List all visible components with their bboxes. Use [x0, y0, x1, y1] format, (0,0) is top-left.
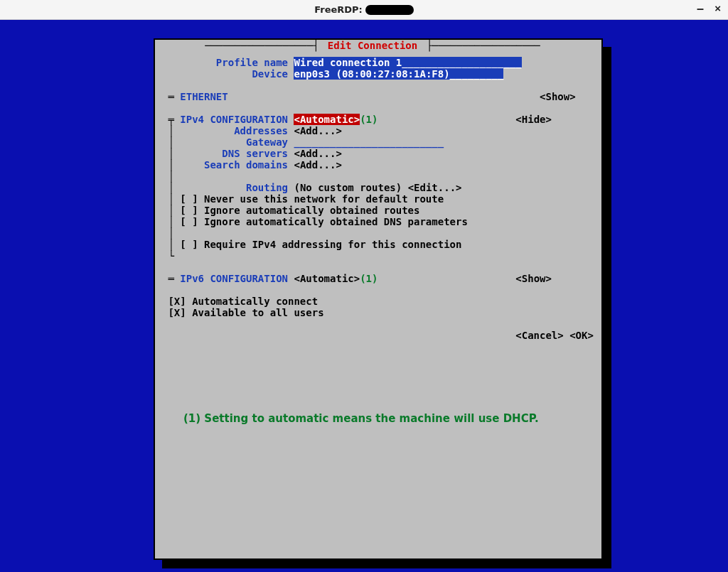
ignore-dns-checkbox[interactable]: [ ] Ignore automatically obtained DNS pa…: [180, 216, 468, 227]
ignore-routes-checkbox[interactable]: [ ] Ignore automatically obtained routes: [180, 205, 419, 216]
footnote: (1) Setting to automatic means the machi…: [183, 412, 539, 425]
gateway-input[interactable]: _________________________: [294, 136, 444, 148]
ethernet-show-button[interactable]: <Show>: [540, 91, 576, 102]
ok-button[interactable]: <OK>: [569, 330, 594, 341]
addresses-add-button[interactable]: <Add...>: [294, 125, 341, 136]
ipv4-hide-button[interactable]: <Hide>: [515, 114, 552, 125]
panel-title: ──────────────────┤ Edit Connection ├───…: [162, 40, 583, 51]
device-label: Device: [252, 68, 288, 80]
search-add-button[interactable]: <Add...>: [294, 159, 341, 171]
edit-connection-panel: ──────────────────┤ Edit Connection ├───…: [154, 38, 603, 560]
ipv4-section: IPv4 CONFIGURATION: [180, 114, 288, 125]
profile-name-label: Profile name: [216, 57, 288, 68]
autoconnect-checkbox[interactable]: [X] Automatically connect: [168, 296, 318, 307]
note-marker-2: (1): [360, 273, 378, 284]
panel-title-text: Edit Connection: [325, 40, 420, 51]
ipv4-mode-select[interactable]: <Automatic>: [294, 114, 360, 125]
tui-form: Profile name Wired connection 1_________…: [162, 57, 593, 341]
routing-value: (No custom routes): [294, 182, 402, 193]
search-domains-label: Search domains: [204, 159, 288, 171]
window-titlebar: FreeRDP: – ×: [0, 0, 728, 20]
addresses-label: Addresses: [234, 125, 288, 136]
all-users-checkbox[interactable]: [X] Available to all users: [168, 307, 323, 318]
dns-label: DNS servers: [222, 148, 288, 159]
remote-desktop-background: ──────────────────┤ Edit Connection ├───…: [0, 20, 728, 572]
routing-label: Routing: [246, 182, 288, 193]
ethernet-section: ETHERNET: [180, 91, 228, 102]
ipv6-mode-select[interactable]: <Automatic>: [294, 273, 360, 284]
window-close-button[interactable]: ×: [714, 2, 721, 14]
gateway-label: Gateway: [246, 136, 288, 148]
window-title-redacted: [365, 5, 414, 15]
ipv6-section: IPv6 CONFIGURATION: [180, 273, 288, 284]
ipv6-show-button[interactable]: <Show>: [515, 273, 552, 284]
note-marker-1: (1): [360, 114, 378, 125]
never-default-checkbox[interactable]: [ ] Never use this network for default r…: [180, 193, 444, 205]
dns-add-button[interactable]: <Add...>: [294, 148, 341, 159]
device-input[interactable]: enp0s3 (08:00:27:08:1A:F8)_________: [294, 68, 503, 80]
window-minimize-button[interactable]: –: [697, 1, 704, 16]
routing-edit-button[interactable]: <Edit...>: [408, 182, 462, 193]
require-ipv4-checkbox[interactable]: [ ] Require IPv4 addressing for this con…: [180, 239, 461, 250]
profile-name-input[interactable]: Wired connection 1____________________: [294, 57, 521, 68]
window-title-prefix: FreeRDP:: [314, 4, 363, 15]
cancel-button[interactable]: <Cancel>: [515, 330, 563, 341]
